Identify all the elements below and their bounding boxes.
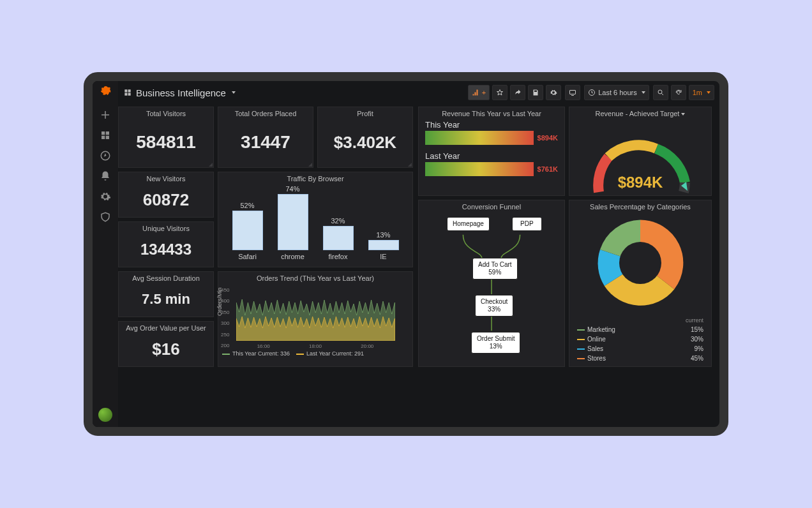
sidebar — [93, 81, 118, 427]
panel-title: Conversion Funnel — [419, 200, 564, 212]
bar-label: 74% — [285, 185, 299, 193]
grafana-logo-icon — [98, 85, 113, 100]
funnel-node: Homepage — [447, 217, 490, 231]
legend-item: This Year Current: 336 — [232, 350, 290, 357]
panel-total-orders[interactable]: Total Orders Placed 31447 — [218, 107, 313, 168]
x-axis: 16:0018:0020:00 — [218, 343, 412, 349]
legend-value: 15% — [662, 325, 705, 334]
panel-funnel[interactable]: Conversion Funnel Homepage PDP Add To Ca… — [418, 200, 565, 367]
legend-value: 30% — [662, 335, 705, 343]
bar-category: firefox — [329, 253, 348, 260]
time-range-label: Last 6 hours — [598, 89, 637, 96]
time-range-picker[interactable]: Last 6 hours — [584, 85, 649, 100]
bar-value: $894K — [538, 134, 558, 142]
legend-value: 45% — [662, 354, 705, 362]
gauge-value: $894K — [618, 174, 663, 191]
share-button[interactable] — [510, 85, 525, 100]
panel-title: Total Orders Placed — [218, 107, 313, 119]
resize-handle[interactable] — [307, 161, 312, 167]
bar — [278, 194, 308, 250]
panel-title: New Visitors — [119, 172, 213, 184]
resize-handle[interactable] — [207, 161, 213, 167]
legend-item: Stores — [587, 355, 606, 362]
chevron-down-icon — [232, 91, 236, 94]
panel-sales-categories[interactable]: Sales Percentage by Categories current M… — [569, 200, 712, 367]
settings-button[interactable] — [546, 85, 561, 100]
panel-new-visitors[interactable]: New Visitors 60872 — [118, 172, 214, 218]
stat-value: $3.402K — [318, 133, 412, 153]
chevron-down-icon — [642, 91, 645, 94]
svg-point-6 — [619, 242, 661, 284]
panel-title: Orders Trend (This Year vs Last Year) — [218, 272, 412, 283]
zoom-out-button[interactable] — [653, 85, 668, 100]
funnel-node: Order Submit13% — [471, 332, 520, 354]
bar-label: 32% — [331, 217, 345, 225]
legend-item: Last Year Current: 291 — [306, 350, 364, 357]
panel-revenue-compare[interactable]: Revenue This Year vs Last Year This Year… — [418, 107, 565, 196]
alerts-icon[interactable] — [100, 170, 111, 182]
panel-avg-order-value[interactable]: Avg Order Value per User $16 — [118, 321, 214, 367]
refresh-icon — [675, 89, 682, 96]
panel-title: Avg Session Duration — [119, 272, 213, 283]
panel-title: Avg Order Value per User — [119, 322, 213, 333]
star-button[interactable] — [492, 85, 508, 100]
panel-title: Sales Percentage by Categories — [569, 200, 711, 212]
refresh-interval-label: 1m — [693, 89, 702, 96]
legend-item: Online — [587, 336, 606, 343]
bar-category: Safari — [238, 253, 257, 260]
resize-handle[interactable] — [407, 161, 412, 167]
bar — [232, 211, 263, 250]
panel-traffic-browser[interactable]: Traffic By Browser 52%Safari 74%chrome 3… — [218, 172, 413, 267]
panel-title: Total Visitors — [119, 107, 213, 119]
refresh-interval-picker[interactable]: 1m — [689, 85, 714, 100]
panel-avg-session[interactable]: Avg Session Duration 7.5 min — [118, 271, 214, 317]
svg-point-3 — [658, 90, 662, 94]
panel-revenue-target[interactable]: Revenue - Achieved Target $894K — [569, 107, 712, 196]
series-label: Last Year — [419, 150, 564, 162]
breadcrumb[interactable]: Business Intelligence — [123, 87, 236, 98]
panel-unique-visitors[interactable]: Unique Visitors 134433 — [118, 221, 214, 267]
shield-icon[interactable] — [100, 211, 111, 223]
line-chart — [218, 283, 412, 341]
panel-title: Unique Visitors — [119, 222, 213, 234]
legend-item: Sales — [587, 345, 603, 352]
bar — [323, 226, 354, 250]
stat-value: 7.5 min — [119, 291, 213, 308]
toolbar-actions: + — [468, 85, 561, 100]
settings-icon[interactable] — [100, 191, 111, 202]
bar-chart: 52%Safari 74%chrome 32%firefox 13%IE — [218, 184, 412, 260]
stat-value: 31447 — [218, 132, 313, 153]
user-avatar[interactable] — [98, 408, 112, 422]
bar-category: chrome — [281, 253, 304, 260]
explore-icon[interactable] — [100, 150, 111, 161]
bar-value: $761K — [538, 165, 558, 173]
y-axis-label: Orders/Min — [216, 287, 223, 316]
dashboards-icon[interactable] — [100, 130, 111, 141]
page-title: Business Intelligence — [136, 87, 226, 98]
donut-chart — [569, 212, 711, 314]
app-frame: Business Intelligence + Last 6 hours 1m — [84, 72, 728, 436]
chevron-down-icon — [681, 113, 685, 116]
dashboard-grid: Total Visitors 584811 Total Orders Place… — [118, 107, 714, 422]
stat-value: 134433 — [119, 241, 213, 258]
bar — [368, 240, 399, 250]
stat-value: $16 — [119, 340, 213, 359]
clock-icon — [588, 89, 596, 96]
refresh-button[interactable] — [671, 85, 686, 100]
panel-orders-trend[interactable]: Orders Trend (This Year vs Last Year) 45… — [218, 271, 413, 367]
panel-total-visitors[interactable]: Total Visitors 584811 — [118, 107, 214, 168]
bar — [425, 162, 534, 176]
add-icon[interactable] — [100, 109, 111, 121]
funnel-node: PDP — [512, 217, 542, 231]
series-label: This Year — [419, 119, 564, 131]
add-panel-button[interactable]: + — [468, 85, 490, 100]
gauge-chart: $894K — [569, 119, 711, 208]
panel-profit[interactable]: Profit $3.402K — [317, 107, 413, 168]
panel-title: Revenue This Year vs Last Year — [419, 107, 564, 119]
bar — [425, 131, 534, 145]
bar-label: 13% — [376, 231, 390, 239]
cycle-view-button[interactable] — [565, 85, 580, 100]
stat-value: 584811 — [119, 132, 213, 153]
chart-legend: This Year Current: 336 Last Year Current… — [218, 349, 412, 358]
save-button[interactable] — [528, 85, 543, 100]
